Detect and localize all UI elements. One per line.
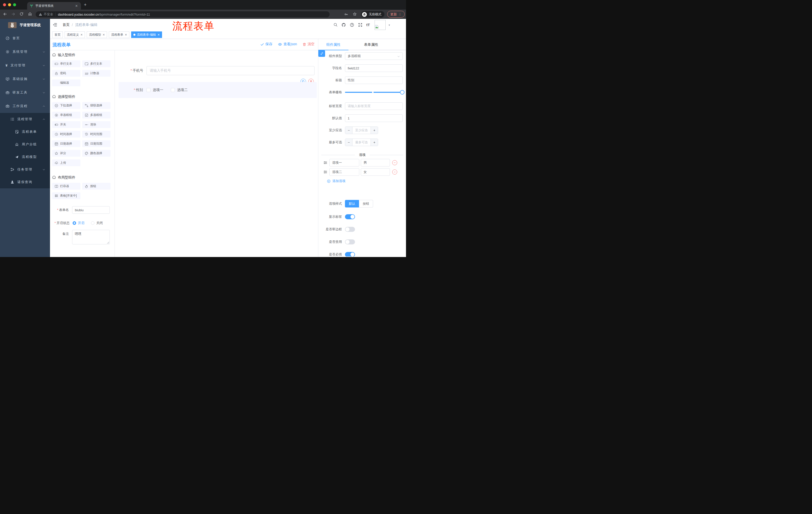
component-按钮[interactable]: 按钮 [82, 183, 111, 190]
component-密码[interactable]: 密码 [52, 70, 80, 77]
remove-option-button[interactable] [392, 160, 397, 165]
avatar[interactable] [375, 20, 386, 30]
address-bar[interactable]: 不安全 dashboard.yudao.iocoder.cn/bpm/manag… [36, 11, 330, 17]
toggle-是否带边框[interactable] [345, 227, 355, 232]
component-时间选择[interactable]: 时间选择 [52, 131, 80, 138]
component-颜色选择[interactable]: 颜色选择 [82, 150, 111, 157]
slider-handle[interactable] [400, 90, 405, 94]
status-radio-开启[interactable]: 开启 [72, 221, 84, 225]
toggle-是否必填[interactable] [345, 252, 355, 256]
sidebar-item-研发工具[interactable]: 研发工具 [0, 86, 50, 99]
route-tab-流程定义[interactable]: 流程定义✕ [64, 31, 85, 38]
clear-button[interactable]: 清空 [302, 42, 315, 47]
status-radio-关闭[interactable]: 关闭 [91, 221, 103, 225]
drag-handle-icon[interactable] [323, 161, 327, 165]
home-icon[interactable] [28, 12, 32, 16]
font-size-icon[interactable]: tT [366, 23, 370, 27]
option-name-input[interactable]: 选项一 [329, 159, 359, 166]
save-button[interactable]: 保存 [260, 42, 272, 47]
view-json-button[interactable]: 查看json [278, 42, 297, 47]
search-icon[interactable] [334, 23, 338, 27]
component-滑块[interactable]: 滑块 [82, 121, 111, 128]
tab-component-props[interactable]: 组件属性 [318, 39, 348, 50]
component-评分[interactable]: 评分 [52, 150, 80, 157]
back-icon[interactable] [3, 12, 7, 16]
component-多选框组[interactable]: 多选框组 [82, 112, 111, 118]
input-标签宽度[interactable]: 请输入标签宽度 [345, 102, 403, 110]
sidebar-logo[interactable]: 芋道管理系统 [0, 19, 50, 31]
close-icon[interactable]: ✕ [103, 33, 105, 36]
increase-button[interactable]: + [371, 127, 378, 134]
stepper-input[interactable]: 最多可选 [352, 139, 371, 146]
browser-menu-icon[interactable]: ⋮ [399, 12, 402, 16]
component-表格[开发中][interactable]: 表格[开发中] [52, 192, 80, 199]
window-controls[interactable] [3, 3, 16, 6]
component-单选框组[interactable]: 单选框组 [52, 112, 80, 118]
style-option-按钮[interactable]: 按钮 [359, 200, 373, 208]
route-tab-流程表单-编辑[interactable]: 流程表单-编辑✕ [131, 31, 162, 38]
input-默认值[interactable]: 1 [345, 114, 403, 122]
checkbox-选项二[interactable]: 选项二 [171, 88, 188, 92]
sidebar-item-系统管理[interactable]: 系统管理 [0, 45, 50, 59]
close-icon[interactable]: ✕ [157, 33, 160, 36]
maximize-window-button[interactable] [13, 3, 16, 6]
sidebar-item-流程表单[interactable]: 流程表单 [0, 126, 50, 138]
sidebar-item-基础设施[interactable]: 基础设施 [0, 72, 50, 86]
increase-button[interactable]: + [371, 139, 378, 146]
sidebar-item-首页[interactable]: 首页 [0, 31, 50, 45]
option-value-input[interactable]: 男 [361, 159, 390, 166]
forward-icon[interactable] [11, 12, 16, 16]
hamburger-icon[interactable] [53, 22, 57, 27]
remove-option-button[interactable] [392, 169, 397, 174]
field-gender-selected[interactable]: *性别 选项一选项二 [119, 82, 317, 98]
route-tab-流程表单[interactable]: 流程表单✕ [109, 31, 129, 38]
toggle-显示标签[interactable] [345, 214, 355, 219]
add-option-button[interactable]: 添加选项 [327, 179, 406, 183]
question-icon[interactable] [350, 23, 354, 27]
sidebar-item-支付管理[interactable]: ¥支付管理 [0, 59, 50, 72]
minimize-window-button[interactable] [8, 3, 11, 6]
stepper-input[interactable]: 至少应选 [352, 127, 371, 134]
form-name-input[interactable]: biubiu [72, 206, 110, 214]
option-name-input[interactable]: 选项二 [329, 168, 359, 176]
component-编辑器[interactable]: 编辑器 [52, 79, 80, 86]
sidebar-item-请假查询[interactable]: 请假查询 [0, 176, 50, 188]
select-组件类型[interactable]: 多选框组 [345, 52, 403, 60]
avatar-caret-down-icon[interactable]: ▼ [388, 24, 390, 26]
bookmark-star-icon[interactable] [353, 12, 357, 16]
close-icon[interactable]: ✕ [80, 33, 83, 36]
browser-tab[interactable]: 芋道管理系统 ✕ [27, 2, 81, 9]
new-tab-button[interactable]: + [84, 2, 87, 7]
input-字段名[interactable]: field122 [345, 64, 403, 72]
field-phone[interactable]: *手机号 请输入手机号 [115, 66, 315, 75]
component-上传[interactable]: 上传 [52, 159, 80, 166]
close-window-button[interactable] [3, 3, 6, 6]
component-行容器[interactable]: 行容器 [52, 183, 80, 190]
form-remark-textarea[interactable]: 嘿嘿 [72, 230, 110, 244]
component-单行文本[interactable]: 单行文本 [52, 60, 80, 67]
option-value-input[interactable]: 女 [361, 168, 390, 176]
decrease-button[interactable]: − [345, 139, 352, 146]
github-icon[interactable] [342, 23, 346, 27]
component-计数器[interactable]: 123计数器 [82, 70, 111, 77]
toggle-是否禁用[interactable] [345, 239, 355, 244]
component-日期选择[interactable]: 日期选择 [52, 140, 80, 147]
password-key-icon[interactable] [344, 12, 348, 16]
sidebar-item-用户分组[interactable]: 用户分组 [0, 138, 50, 151]
component-多行文本[interactable]: 多行文本 [82, 60, 111, 67]
route-tab-流程模型[interactable]: 流程模型✕ [87, 31, 107, 38]
breadcrumb-home[interactable]: 首页 [63, 23, 69, 27]
component-下拉选择[interactable]: 下拉选择 [52, 102, 80, 109]
phone-input[interactable]: 请输入手机号 [146, 66, 315, 75]
tab-close-icon[interactable]: ✕ [75, 4, 78, 8]
checkbox-选项一[interactable]: 选项一 [146, 88, 163, 92]
component-级联选择[interactable]: 级联选择 [82, 102, 111, 109]
component-日期范围[interactable]: 日期范围 [82, 140, 111, 147]
fullscreen-icon[interactable] [358, 23, 362, 27]
reload-icon[interactable] [19, 12, 24, 16]
form-canvas[interactable]: *手机号 请输入手机号 *性别 选项一选项二 [115, 50, 318, 257]
input-标题[interactable]: 性别 [345, 77, 403, 84]
drag-handle-icon[interactable] [323, 170, 327, 174]
component-开关[interactable]: 开关 [52, 121, 80, 128]
sidebar-item-流程管理[interactable]: 流程管理 [0, 113, 50, 126]
